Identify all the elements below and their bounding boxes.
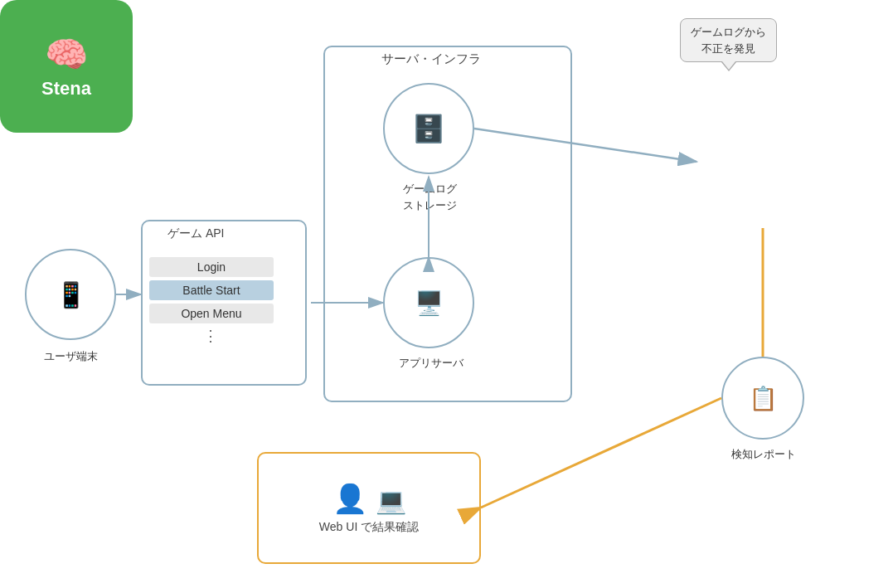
user-terminal-circle: 📱 (25, 249, 116, 340)
speech-bubble-line2: 不正を発見 (701, 42, 755, 55)
web-ui-inner: 👤 💻 Web UI で結果確認 (257, 452, 481, 564)
app-server-label: アプリサーバ (381, 355, 481, 372)
user-terminal-label: ユーザ端末 (17, 348, 124, 365)
web-ui-icons: 👤 💻 (332, 482, 406, 515)
game-log-label: ゲームログ ストレージ (376, 181, 483, 213)
server-monitor-icon: 🖥️ (415, 289, 444, 317)
api-menu: Login Battle Start Open Menu ⋮ (149, 257, 274, 345)
detection-report-circle: 📋 (721, 357, 804, 440)
api-item-battle-start: Battle Start (149, 280, 274, 300)
api-item-login: Login (149, 257, 274, 277)
detection-report-label: 検知レポート (711, 446, 815, 463)
app-server-circle: 🖥️ (383, 257, 474, 348)
svg-line-9 (481, 398, 721, 508)
game-log-circle: 🗄️ (383, 83, 474, 174)
speech-bubble-line1: ゲームログから (691, 26, 766, 38)
stena-box: 🧠 Stena (0, 0, 133, 133)
laptop-icon: 💻 (376, 486, 406, 515)
server-infra-title: サーバ・インフラ (381, 51, 481, 67)
web-ui-label: Web UI で結果確認 (319, 520, 419, 535)
diagram: ゲームログから 不正を発見 サーバ・インフラ ゲーム API 🧠 Stena 📱… (0, 0, 893, 588)
game-api-title: ゲーム API (167, 226, 224, 241)
api-dots: ⋮ (149, 327, 274, 345)
person-icon: 👤 (332, 482, 367, 515)
db-icon: 🗄️ (412, 115, 445, 142)
report-icon: 📋 (749, 385, 778, 412)
mobile-icon: 📱 (56, 280, 86, 309)
speech-bubble: ゲームログから 不正を発見 (680, 18, 777, 62)
brain-icon: 🧠 (45, 34, 88, 75)
api-item-open-menu: Open Menu (149, 304, 274, 323)
stena-label: Stena (41, 78, 91, 100)
